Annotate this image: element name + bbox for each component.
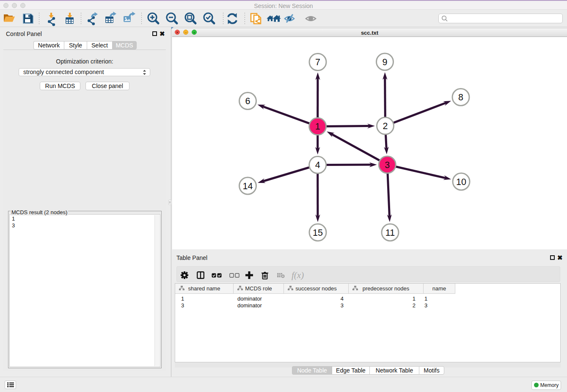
svg-text:2: 2 [383,121,388,131]
svg-text:6: 6 [245,96,250,106]
svg-text:8: 8 [458,92,463,102]
svg-text:15: 15 [313,228,323,238]
svg-text:10: 10 [456,177,466,187]
svg-text:7: 7 [315,57,320,67]
svg-text:9: 9 [383,57,388,67]
svg-text:3: 3 [385,160,390,170]
svg-text:1: 1 [315,121,320,132]
svg-text:14: 14 [243,181,253,191]
svg-text:11: 11 [385,228,395,238]
svg-text:4: 4 [315,160,320,170]
